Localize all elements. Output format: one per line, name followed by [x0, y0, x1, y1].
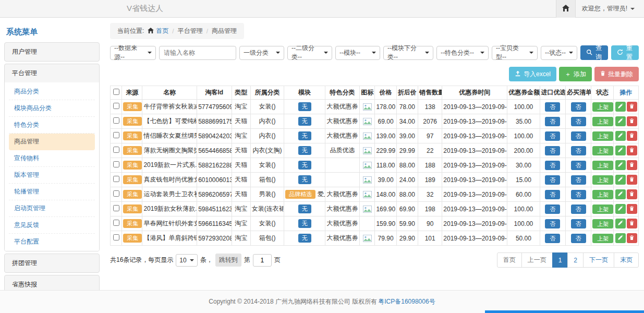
must-buy-toggle[interactable]: 否	[571, 146, 586, 155]
page-button-下一页[interactable]: 下一页	[583, 252, 614, 268]
sidebar-item-平台配置[interactable]: 平台配置	[9, 234, 95, 250]
row-checkbox[interactable]	[113, 205, 119, 211]
sidebar-item-版本管理[interactable]: 版本管理	[9, 167, 95, 184]
delete-button[interactable]	[627, 102, 637, 112]
delete-button[interactable]	[627, 189, 637, 199]
must-buy-toggle[interactable]: 否	[571, 161, 586, 170]
page-button-上一页[interactable]: 上一页	[521, 252, 553, 268]
edit-button[interactable]	[615, 131, 626, 141]
import-select-toggle[interactable]: 否	[545, 146, 560, 155]
import-select-toggle[interactable]: 否	[545, 204, 560, 214]
reset-button[interactable]: 重置	[611, 45, 639, 60]
delete-button[interactable]	[627, 160, 637, 170]
row-checkbox[interactable]	[113, 220, 119, 226]
sidebar-section-header[interactable]: 拼团管理	[5, 254, 99, 272]
row-checkbox[interactable]	[113, 161, 119, 167]
delete-button[interactable]	[627, 219, 637, 228]
edit-button[interactable]	[615, 204, 626, 214]
select-all-checkbox[interactable]	[113, 89, 119, 95]
delete-button[interactable]	[627, 131, 637, 141]
row-checkbox[interactable]	[113, 147, 119, 153]
status-toggle[interactable]: 上架	[592, 131, 613, 141]
status-toggle[interactable]: 上架	[592, 190, 613, 199]
status-toggle[interactable]: 上架	[592, 117, 613, 126]
status-toggle[interactable]: 上架	[592, 204, 613, 214]
row-checkbox[interactable]	[113, 234, 119, 240]
sidebar-item-特色分类[interactable]: 特色分类	[9, 117, 95, 134]
status-toggle[interactable]: 上架	[592, 219, 613, 228]
add-button[interactable]: ＋ 添加	[559, 67, 592, 81]
must-buy-toggle[interactable]: 否	[571, 102, 586, 112]
edit-button[interactable]	[615, 146, 626, 155]
delete-button[interactable]	[627, 116, 637, 126]
sidebar-item-模块商品分类[interactable]: 模块商品分类	[9, 100, 95, 117]
import-select-toggle[interactable]: 否	[545, 234, 560, 243]
import-select-toggle[interactable]: 否	[545, 219, 560, 228]
filter-select-1[interactable]: 一级分类	[239, 46, 284, 60]
page-button-2[interactable]: 2	[567, 252, 584, 268]
edit-button[interactable]	[615, 233, 626, 243]
filter-select-6[interactable]: --宝贝类型--	[492, 46, 538, 60]
filter-select-4[interactable]: --模块下分类--	[383, 46, 433, 60]
user-menu[interactable]: 欢迎您，管理员!	[582, 4, 635, 13]
breadcrumb-home-link[interactable]: 首页	[148, 27, 168, 35]
must-buy-toggle[interactable]: 否	[571, 204, 586, 214]
page-button-1[interactable]: 1	[552, 252, 568, 268]
status-toggle[interactable]: 上架	[592, 161, 613, 170]
filter-select-3[interactable]: --模块--	[335, 46, 380, 60]
filter-select-2[interactable]: --二级分类--	[287, 46, 332, 60]
must-buy-toggle[interactable]: 否	[571, 175, 586, 185]
page-button-首页[interactable]: 首页	[497, 252, 522, 268]
delete-button[interactable]	[627, 146, 637, 155]
jump-button[interactable]: 跳转到	[215, 254, 241, 267]
page-number-input[interactable]	[253, 254, 272, 267]
batch-delete-button[interactable]: 批量删除	[594, 67, 639, 81]
import-select-toggle[interactable]: 否	[545, 161, 560, 170]
import-select-toggle[interactable]: 否	[545, 175, 560, 185]
home-button[interactable]	[556, 0, 576, 18]
status-toggle[interactable]: 上架	[592, 102, 613, 112]
filter-select-5[interactable]: --特色分类--	[436, 46, 489, 60]
sidebar-section-header[interactable]: 平台管理	[5, 64, 99, 82]
sidebar-item-启动页管理[interactable]: 启动页管理	[9, 200, 95, 217]
page-button-末页[interactable]: 末页	[614, 252, 639, 268]
query-button[interactable]: 查询	[580, 45, 608, 60]
per-page-select[interactable]: 10	[176, 254, 197, 267]
edit-button[interactable]	[615, 175, 626, 185]
delete-button[interactable]	[627, 233, 637, 243]
row-checkbox[interactable]	[113, 190, 119, 197]
status-toggle[interactable]: 上架	[592, 234, 613, 243]
sidebar-item-轮播管理[interactable]: 轮播管理	[9, 184, 95, 200]
edit-button[interactable]	[615, 102, 626, 112]
edit-button[interactable]	[615, 219, 626, 228]
row-checkbox[interactable]	[113, 132, 119, 138]
status-toggle[interactable]: 上架	[592, 146, 613, 155]
delete-button[interactable]	[627, 204, 637, 214]
must-buy-toggle[interactable]: 否	[571, 219, 586, 228]
sidebar-item-商品分类[interactable]: 商品分类	[9, 83, 95, 100]
icp-link[interactable]: 粤ICP备16098006号	[378, 297, 435, 306]
sidebar-section-header[interactable]: 用户管理	[5, 43, 99, 61]
row-checkbox[interactable]	[113, 117, 119, 124]
row-checkbox[interactable]	[113, 103, 119, 109]
import-select-toggle[interactable]: 否	[545, 190, 560, 199]
import-excel-button[interactable]: 导入excel	[509, 67, 556, 81]
filter-select-0[interactable]: --数据来源--	[110, 46, 156, 60]
edit-button[interactable]	[615, 116, 626, 126]
delete-button[interactable]	[627, 175, 637, 185]
must-buy-toggle[interactable]: 否	[571, 234, 586, 243]
edit-button[interactable]	[615, 189, 626, 199]
sidebar-item-商品管理[interactable]: 商品管理	[9, 134, 95, 150]
status-toggle[interactable]: 上架	[592, 175, 613, 185]
import-select-toggle[interactable]: 否	[545, 131, 560, 141]
must-buy-toggle[interactable]: 否	[571, 190, 586, 199]
name-search-input[interactable]	[159, 46, 236, 60]
sidebar-item-宣传物料[interactable]: 宣传物料	[9, 150, 95, 167]
row-checkbox[interactable]	[113, 176, 119, 182]
edit-button[interactable]	[615, 160, 626, 170]
sidebar-item-意见反馈[interactable]: 意见反馈	[9, 217, 95, 234]
must-buy-toggle[interactable]: 否	[571, 117, 586, 126]
filter-select-7[interactable]: --状态--	[541, 46, 577, 60]
import-select-toggle[interactable]: 否	[545, 117, 560, 126]
must-buy-toggle[interactable]: 否	[571, 131, 586, 141]
